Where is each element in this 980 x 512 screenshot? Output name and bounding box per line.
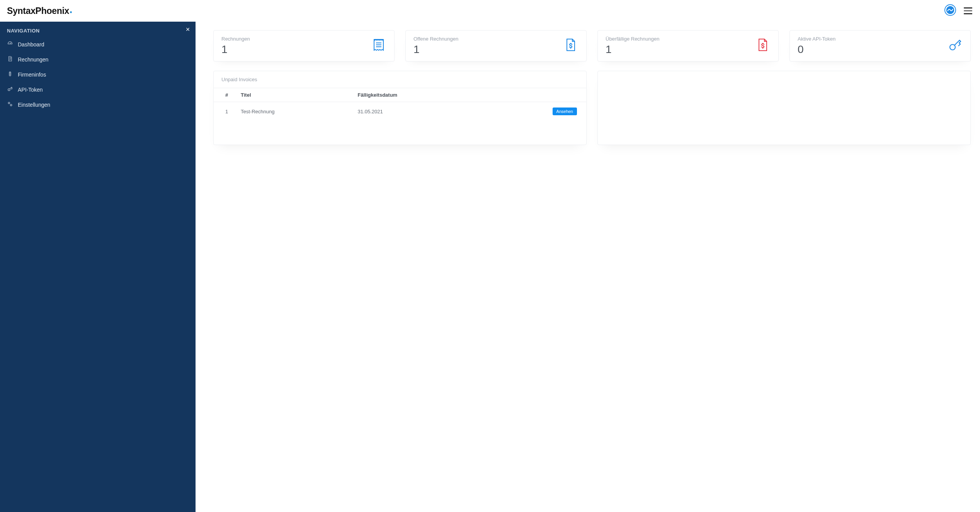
info-icon bbox=[7, 71, 13, 78]
close-icon[interactable]: × bbox=[184, 26, 192, 33]
sidebar-item-company[interactable]: Firmeninfos bbox=[0, 67, 196, 82]
document-icon bbox=[7, 56, 13, 63]
col-due: Fälligkeitsdatum bbox=[358, 88, 491, 102]
svg-point-4 bbox=[8, 89, 10, 90]
brand-dot-icon bbox=[70, 11, 72, 13]
sidebar-item-invoices[interactable]: Rechnungen bbox=[0, 52, 196, 67]
sidebar-item-dashboard[interactable]: Dashboard bbox=[0, 37, 196, 52]
stat-card-open-invoices: Offene Rechnungen 1 bbox=[405, 30, 587, 61]
sidebar-item-settings[interactable]: Einstellungen bbox=[0, 97, 196, 112]
stat-card-invoices: Rechnungen 1 bbox=[213, 30, 395, 61]
view-button[interactable]: Ansehen bbox=[553, 108, 577, 115]
sidebar-item-label: Einstellungen bbox=[18, 102, 50, 108]
col-title: Titel bbox=[241, 88, 358, 102]
svg-point-7 bbox=[950, 44, 955, 50]
stat-label: Aktive API-Token bbox=[798, 36, 835, 42]
stat-value: 1 bbox=[221, 44, 250, 55]
sidebar-item-label: API-Token bbox=[18, 87, 43, 93]
topbar-right bbox=[944, 4, 972, 17]
key-icon bbox=[947, 37, 963, 54]
stat-value: 1 bbox=[413, 44, 458, 55]
sidebar-item-label: Firmeninfos bbox=[18, 72, 46, 78]
nav-list: Dashboard Rechnungen Firmeninfos API-Tok… bbox=[0, 37, 196, 112]
unpaid-invoices-panel: Unpaid Invoices # Titel Fälligkeitsdatum… bbox=[213, 71, 587, 145]
second-row: Unpaid Invoices # Titel Fälligkeitsdatum… bbox=[213, 71, 971, 145]
phoenix-icon[interactable] bbox=[944, 4, 956, 17]
stat-card-api-tokens: Aktive API-Token 0 bbox=[789, 30, 971, 61]
brand[interactable]: SyntaxPhoenix bbox=[7, 6, 72, 16]
stat-label: Offene Rechnungen bbox=[413, 36, 458, 42]
col-num: # bbox=[214, 88, 241, 102]
stat-card-overdue-invoices: Überfällige Rechnungen 1 bbox=[597, 30, 779, 61]
stat-label: Überfällige Rechnungen bbox=[606, 36, 659, 42]
gears-icon bbox=[7, 101, 13, 108]
invoice-dollar-overdue-icon bbox=[755, 37, 771, 54]
svg-point-6 bbox=[10, 104, 12, 106]
invoice-dollar-icon bbox=[563, 37, 578, 54]
cell-due: 31.05.2021 bbox=[358, 102, 491, 121]
stats-row: Rechnungen 1 Offene Rechnungen 1 bbox=[213, 30, 971, 61]
svg-point-3 bbox=[10, 73, 10, 73]
sidebar-item-label: Rechnungen bbox=[18, 56, 48, 63]
receipt-icon bbox=[371, 37, 386, 54]
topbar: SyntaxPhoenix bbox=[0, 0, 980, 22]
unpaid-invoices-table: # Titel Fälligkeitsdatum 1 Test-Rechnung… bbox=[214, 88, 586, 121]
stat-value: 1 bbox=[606, 44, 659, 55]
main: Rechnungen 1 Offene Rechnungen 1 bbox=[196, 22, 980, 512]
menu-icon[interactable] bbox=[964, 7, 972, 14]
sidebar-title: NAVIGATION bbox=[0, 22, 196, 37]
key-icon bbox=[7, 86, 13, 93]
dashboard-icon bbox=[7, 41, 13, 48]
table-row: 1 Test-Rechnung 31.05.2021 Ansehen bbox=[214, 102, 586, 121]
panel-title: Unpaid Invoices bbox=[214, 71, 586, 88]
sidebar-item-api-token[interactable]: API-Token bbox=[0, 82, 196, 97]
empty-panel bbox=[597, 71, 971, 145]
sidebar-item-label: Dashboard bbox=[18, 41, 44, 48]
brand-text: SyntaxPhoenix bbox=[7, 6, 69, 16]
stat-value: 0 bbox=[798, 44, 835, 55]
col-action bbox=[491, 88, 586, 102]
svg-point-5 bbox=[8, 102, 10, 104]
cell-num: 1 bbox=[214, 102, 241, 121]
stat-label: Rechnungen bbox=[221, 36, 250, 42]
cell-title: Test-Rechnung bbox=[241, 102, 358, 121]
sidebar: × NAVIGATION Dashboard Rechnungen Firmen… bbox=[0, 22, 196, 512]
